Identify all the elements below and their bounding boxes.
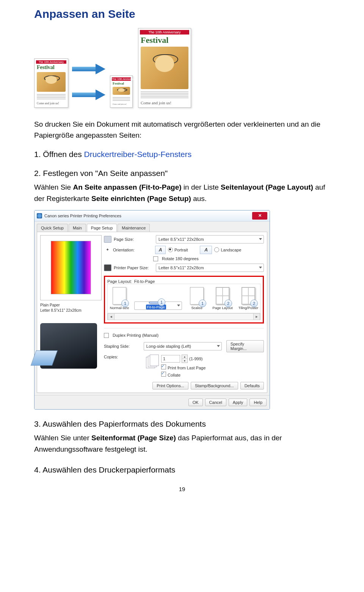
step-2-body: Wählen Sie An Seite anpassen (Fit-to-Pag… <box>34 182 330 205</box>
stamp-background-button[interactable]: Stamp/Background... <box>191 382 238 389</box>
layout-fit-to-page[interactable]: 1Fit-to-Page <box>134 301 182 310</box>
help-button[interactable]: Help <box>249 399 267 406</box>
copies-icon <box>146 355 159 369</box>
dialog-title-text: Canon series Printer Printing Preference… <box>44 214 121 218</box>
copies-spinner[interactable]: ▲▼ <box>182 355 188 363</box>
printer-paper-select[interactable]: Letter 8.5"x11" 22x28cm <box>156 264 264 272</box>
stapling-select[interactable]: Long-side stapling (Left) <box>144 342 222 350</box>
page-title: Anpassen an Seite <box>34 8 330 20</box>
step-3-body: Wählen Sie unter Seitenformat (Page Size… <box>34 432 330 455</box>
layout-tiling[interactable]: 2Tiling/Poster <box>237 287 259 310</box>
step-4-heading: Auswählen des Druckerpapierformats <box>34 465 330 474</box>
copies-input[interactable]: 1 <box>161 355 180 363</box>
tab-maintenance[interactable]: Maintenance <box>118 224 150 232</box>
monitor-icon <box>104 236 111 243</box>
cancel-button[interactable]: Cancel <box>205 399 226 406</box>
rotate-checkbox[interactable] <box>153 256 158 261</box>
collate-checkbox[interactable] <box>161 372 166 377</box>
thumb-source: The 10th Anniversary Festival Come and j… <box>34 58 68 108</box>
print-last-checkbox[interactable] <box>161 364 166 369</box>
arrows <box>72 64 106 104</box>
layout-normal[interactable]: 1Normal-size <box>108 287 130 310</box>
step-3-heading: Auswählen des Papierformats des Dokument… <box>34 419 330 429</box>
dialog-titlebar: Canon series Printer Printing Preference… <box>35 210 270 221</box>
specify-margin-button[interactable]: Specify Margin... <box>226 340 264 352</box>
close-button[interactable]: ✕ <box>252 212 267 220</box>
orientation-icon: ✦ <box>104 247 111 253</box>
layout-page-layout[interactable]: 2Page Layout <box>212 287 234 310</box>
tab-page-setup[interactable]: Page Setup <box>87 224 117 232</box>
page-number: 19 <box>34 486 330 492</box>
tab-main[interactable]: Main <box>69 224 86 232</box>
fit-to-page-illustration: The 10th Anniversary Festival Come and j… <box>34 28 330 108</box>
ok-button[interactable]: OK <box>188 399 203 406</box>
orientation-label: Orientation: <box>113 248 153 252</box>
page-preview <box>40 235 102 300</box>
step-1-heading: Öffnen des Druckertreiber-Setup-Fensters <box>34 150 330 159</box>
printer-paper-label: Printer Paper Size: <box>114 265 154 270</box>
dialog-tabs: Quick Setup Main Page Setup Maintenance <box>35 221 270 232</box>
duplex-checkbox[interactable] <box>104 333 109 338</box>
print-preferences-dialog: Canon series Printer Printing Preference… <box>34 210 270 410</box>
printer-image <box>40 323 97 369</box>
duplex-label: Duplex Printing (Manual) <box>113 333 158 338</box>
page-layout-highlight: Page Layout: Fit-to-Page 1Normal-size 1F… <box>104 276 264 323</box>
thumb-large: The 10th Anniversary Festival Come and j… <box>138 28 191 108</box>
tab-quick-setup[interactable]: Quick Setup <box>37 224 68 232</box>
landscape-icon: A <box>200 246 212 254</box>
printer-icon <box>37 213 42 218</box>
stapling-label: Stapling Side: <box>104 344 141 349</box>
print-options-button[interactable]: Print Options... <box>152 382 188 389</box>
page-layout-value: Fit-to-Page <box>134 279 155 284</box>
page-layout-list[interactable]: 1Normal-size 1Fit-to-Page 1Scaled 2Page … <box>107 284 260 313</box>
portrait-radio[interactable]: Portrait <box>168 247 188 252</box>
page-size-select[interactable]: Letter 8.5"x11" 22x28cm <box>156 235 264 243</box>
portrait-icon: A <box>155 246 166 254</box>
rotate-label: Rotate 180 degrees <box>162 256 199 261</box>
defaults-button[interactable]: Defaults <box>240 382 264 389</box>
copies-range: (1-999) <box>189 356 202 361</box>
intro-paragraph: So drucken Sie ein Dokument mit automati… <box>34 119 330 141</box>
layout-scaled[interactable]: 1Scaled <box>186 287 208 310</box>
landscape-radio[interactable]: Landscape <box>214 247 241 252</box>
preview-info: Plain Paper Letter 8.5"x11" 22x28cm <box>40 303 101 313</box>
copies-label: Copies: <box>104 355 144 359</box>
step-2-heading: Festlegen von "An Seite anpassen" <box>34 169 330 178</box>
page-size-label: Page Size: <box>114 237 154 242</box>
layout-scrollbar[interactable]: ◄► <box>107 313 260 320</box>
driver-setup-link[interactable]: Druckertreiber-Setup-Fensters <box>84 150 192 159</box>
printer-small-icon <box>104 264 111 271</box>
page-layout-label: Page Layout: <box>107 279 132 284</box>
thumb-small: The 10th Anniversary Festival Come and j… <box>110 75 133 108</box>
apply-button[interactable]: Apply <box>229 399 248 406</box>
